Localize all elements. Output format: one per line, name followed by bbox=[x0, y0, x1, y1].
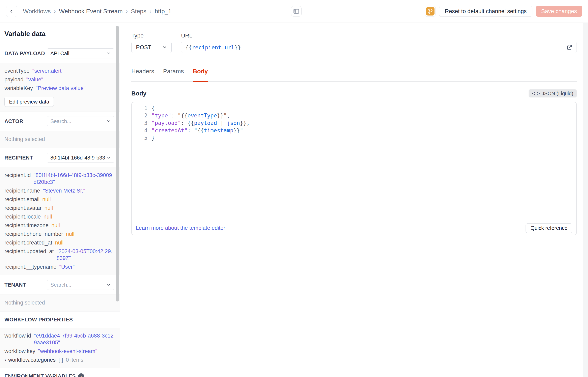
code-area[interactable]: 1 { 2 "type": "{{eventType}}", 3 "payloa… bbox=[132, 102, 576, 221]
breadcrumb-separator: › bbox=[126, 8, 128, 14]
top-bar: Workflows › Webhook Event Stream › Steps… bbox=[0, 0, 588, 23]
editor-footer: Learn more about the template editor Qui… bbox=[132, 221, 576, 235]
code-token: }}" bbox=[233, 127, 243, 133]
tab-params[interactable]: Params bbox=[163, 68, 184, 81]
code-token: "type" bbox=[152, 112, 171, 119]
expand-chevron-icon[interactable]: › bbox=[4, 356, 6, 363]
recipient-selected: 80f1f4bf-166d-48f9-b33c bbox=[50, 155, 105, 161]
tenant-label: TENANT bbox=[4, 282, 26, 288]
breadcrumb-separator: › bbox=[54, 8, 56, 14]
code-token: json bbox=[227, 120, 240, 126]
url-token: recipient bbox=[192, 44, 221, 50]
workflow-categories-row[interactable]: › workflow.categories [ ] 0 items bbox=[4, 356, 114, 363]
data-payload-selected: API Call bbox=[50, 50, 69, 57]
field-key: workflow.id bbox=[4, 332, 31, 346]
actor-row: ACTOR Search... bbox=[0, 112, 120, 131]
recipient-field-row: recipient.avatar null bbox=[4, 205, 114, 212]
recipient-field-row: recipient.locale null bbox=[4, 213, 114, 220]
reset-channel-settings-button[interactable]: Reset to default channel settings bbox=[439, 6, 532, 17]
line-number: 2 bbox=[132, 112, 147, 119]
code-line: 4 "createdAt": "{{timestamp}}" bbox=[132, 127, 576, 134]
code-icon: < > bbox=[532, 91, 540, 96]
save-changes-button[interactable]: Save changes bbox=[536, 6, 582, 17]
template-editor-docs-link[interactable]: Learn more about the template editor bbox=[136, 225, 225, 231]
field-value: "Steven Metz Sr." bbox=[43, 187, 85, 194]
data-payload-label: DATA PAYLOAD bbox=[4, 50, 45, 57]
code-line: 5 } bbox=[132, 134, 576, 141]
recipient-field-row: recipient.email null bbox=[4, 196, 114, 203]
categories-count: 0 items bbox=[66, 356, 83, 363]
line-number: 1 bbox=[132, 104, 147, 112]
preview-data-section: eventType "server:alert" payload "value"… bbox=[0, 63, 120, 112]
recipient-label: RECIPIENT bbox=[4, 155, 33, 161]
language-badge-label: JSON (Liquid) bbox=[542, 91, 573, 96]
code-token: timestamp bbox=[204, 127, 233, 133]
preview-key: eventType bbox=[4, 68, 30, 74]
breadcrumb-workflows[interactable]: Workflows bbox=[23, 8, 51, 15]
preview-key: variableKey bbox=[4, 85, 33, 92]
categories-key: workflow.categories bbox=[8, 356, 56, 363]
field-key: recipient.avatar bbox=[4, 205, 42, 212]
tenant-search-select[interactable]: Search... bbox=[47, 280, 114, 290]
url-block: URL {{recipient.url}} bbox=[181, 32, 577, 53]
field-key: recipient.locale bbox=[4, 213, 41, 220]
recipient-field-row: recipient.created_at null bbox=[4, 239, 114, 246]
code-token: } bbox=[152, 135, 155, 141]
code-line: 2 "type": "{{eventType}}", bbox=[132, 112, 576, 119]
code-token: payload bbox=[194, 120, 217, 126]
version-diff-button[interactable] bbox=[425, 6, 436, 17]
chevron-down-icon bbox=[105, 283, 111, 287]
sidebar-title: Variable data bbox=[0, 23, 120, 44]
url-label: URL bbox=[181, 32, 577, 39]
line-number: 3 bbox=[132, 119, 147, 127]
back-button[interactable] bbox=[6, 6, 17, 17]
field-key: recipient.email bbox=[4, 196, 39, 203]
sidebar-scrollbar[interactable] bbox=[116, 26, 119, 302]
code-token: : {{ bbox=[181, 120, 194, 126]
field-value: "e91ddae4-7f99-45cb-a688-3c129aae3105" bbox=[34, 332, 114, 346]
method-block: Type POST bbox=[131, 32, 172, 53]
url-input[interactable]: {{recipient.url}} bbox=[181, 42, 577, 53]
body-template-editor[interactable]: 1 { 2 "type": "{{eventType}}", 3 "payloa… bbox=[131, 102, 577, 235]
line-number: 4 bbox=[132, 127, 147, 134]
breadcrumb-workflow-name[interactable]: Webhook Event Stream bbox=[59, 8, 123, 15]
info-icon[interactable]: i bbox=[78, 373, 84, 377]
edit-preview-data-button[interactable]: Edit preview data bbox=[4, 97, 54, 107]
field-value: null bbox=[45, 205, 53, 212]
page-content: Variable data DATA PAYLOAD API Call even… bbox=[0, 23, 588, 377]
actor-label: ACTOR bbox=[4, 118, 23, 124]
preview-value: "Preview data value" bbox=[36, 85, 85, 92]
recipient-select[interactable]: 80f1f4bf-166d-48f9-b33c bbox=[47, 153, 114, 163]
field-value: "User" bbox=[59, 263, 74, 270]
tab-body[interactable]: Body bbox=[193, 68, 208, 82]
breadcrumb-step-name: http_1 bbox=[155, 8, 171, 15]
method-select[interactable]: POST bbox=[131, 42, 172, 53]
code-token: eventType bbox=[188, 112, 217, 119]
url-token: . bbox=[221, 44, 225, 50]
actor-search-placeholder: Search... bbox=[50, 118, 71, 124]
breadcrumb-steps[interactable]: Steps bbox=[131, 8, 146, 15]
main-scrollbar-track[interactable] bbox=[583, 23, 588, 377]
external-link-icon[interactable] bbox=[566, 44, 573, 50]
recipient-field-row: recipient.__typename "User" bbox=[4, 263, 114, 270]
tab-headers[interactable]: Headers bbox=[131, 68, 154, 81]
field-value: null bbox=[55, 239, 63, 246]
chevron-down-icon bbox=[162, 45, 167, 50]
preview-key: payload bbox=[4, 76, 24, 83]
field-key: recipient.updated_at bbox=[4, 248, 54, 262]
code-token: : "{{ bbox=[171, 112, 188, 119]
data-payload-select[interactable]: API Call bbox=[47, 48, 114, 59]
workflow-field-row: workflow.key "webhook-event-stream" bbox=[4, 348, 114, 355]
chevron-left-icon bbox=[9, 9, 14, 14]
recipient-field-row: recipient.updated_at "2024-03-05T00:42:2… bbox=[4, 248, 114, 262]
quick-reference-button[interactable]: Quick reference bbox=[526, 223, 572, 233]
field-value: null bbox=[51, 222, 60, 229]
workflow-field-row: workflow.id "e91ddae4-7f99-45cb-a688-3c1… bbox=[4, 332, 114, 346]
toggle-sidebar-button[interactable] bbox=[291, 6, 302, 16]
field-value: null bbox=[66, 231, 74, 237]
code-line: 3 "payload": {{payload | json}}, bbox=[132, 119, 576, 127]
url-token: {{ bbox=[185, 44, 192, 50]
field-key: recipient.id bbox=[4, 172, 31, 186]
chevron-down-icon bbox=[105, 51, 111, 56]
actor-search-select[interactable]: Search... bbox=[47, 116, 114, 126]
